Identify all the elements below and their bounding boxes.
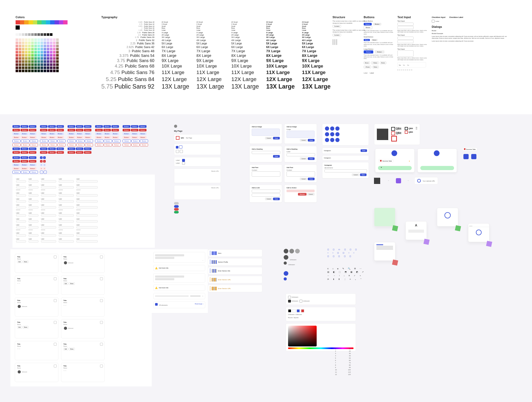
drag-handle-icon[interactable] <box>210 251 210 255</box>
chip[interactable]: Button <box>373 66 379 68</box>
matrix-button[interactable]: Button <box>12 171 21 174</box>
text-field[interactable] <box>59 234 74 237</box>
text-field[interactable] <box>29 220 38 223</box>
matrix-button[interactable]: Button <box>40 129 48 131</box>
matrix-button[interactable]: Button <box>30 139 38 143</box>
matrix-button[interactable]: Button <box>95 132 103 135</box>
matrix-button[interactable]: Button <box>30 143 38 146</box>
text-field[interactable] <box>29 180 38 183</box>
matrix-button[interactable]: Button <box>21 160 28 163</box>
matrix-button[interactable]: Button <box>56 125 64 128</box>
text-field[interactable] <box>59 200 74 203</box>
drag-handle-icon[interactable] <box>210 269 210 273</box>
text-field[interactable] <box>76 180 98 183</box>
matrix-button[interactable]: Button <box>131 129 138 131</box>
link-input[interactable] <box>252 190 280 193</box>
matrix-button[interactable]: Button <box>103 136 111 139</box>
icon-button[interactable]: ▪ <box>43 167 46 170</box>
cancel-button[interactable]: Cancel <box>300 178 308 180</box>
text-field[interactable] <box>41 180 56 183</box>
checkbox[interactable] <box>300 300 302 303</box>
text-area-input[interactable] <box>287 171 315 177</box>
matrix-button[interactable]: Button <box>131 125 138 128</box>
matrix-button[interactable]: Button <box>76 129 83 131</box>
matrix-button[interactable]: Button <box>12 164 20 166</box>
swatch[interactable] <box>301 309 304 312</box>
matrix-button[interactable]: Button <box>12 132 20 135</box>
matrix-button[interactable]: Button <box>12 129 20 131</box>
text-field[interactable] <box>29 226 38 229</box>
text-input-sample[interactable] <box>397 26 414 29</box>
matrix-button[interactable]: Button <box>95 129 103 131</box>
matrix-button[interactable]: Button <box>111 132 119 135</box>
done-button[interactable]: Done <box>308 157 315 160</box>
text-field[interactable] <box>16 240 26 243</box>
matrix-button[interactable]: Button <box>29 156 36 159</box>
text-field[interactable] <box>16 194 26 197</box>
matrix-button[interactable]: Button <box>76 151 83 154</box>
social-icon[interactable] <box>330 138 334 142</box>
matrix-button[interactable]: Button <box>84 132 91 135</box>
text-field[interactable] <box>76 200 98 203</box>
matrix-button[interactable]: Button <box>111 129 119 131</box>
matrix-button[interactable]: Button <box>12 148 20 150</box>
image-dropzone[interactable] <box>252 129 280 136</box>
matrix-button[interactable]: Button <box>12 167 20 170</box>
matrix-button[interactable]: Button <box>104 143 112 146</box>
matrix-button[interactable]: Button <box>21 151 28 154</box>
matrix-button[interactable]: Button <box>21 148 28 150</box>
text-field[interactable] <box>29 186 38 189</box>
section-row[interactable]: Enter Section title <box>208 267 262 274</box>
card-checkbox[interactable] <box>100 365 103 367</box>
matrix-button[interactable]: Button <box>95 136 103 139</box>
edit-button[interactable]: Edit <box>63 282 68 285</box>
secondary-button-sm[interactable]: Button <box>371 39 377 41</box>
heading-input[interactable] <box>287 153 315 156</box>
primary-button-sm[interactable]: Button <box>364 39 370 41</box>
matrix-button[interactable]: Button <box>68 125 75 128</box>
chip[interactable]: × Button <box>364 66 371 68</box>
matrix-button[interactable]: Button <box>123 143 131 146</box>
swatch[interactable] <box>292 309 296 312</box>
matrix-button[interactable]: Button <box>68 139 76 143</box>
matrix-button[interactable]: Button <box>95 139 103 143</box>
text-field[interactable] <box>16 220 26 223</box>
icon-button[interactable]: ▪ <box>40 171 43 174</box>
matrix-button[interactable]: Button <box>68 143 76 146</box>
tab[interactable]: Tab <box>407 64 409 66</box>
matrix-button[interactable]: Button <box>29 148 36 150</box>
text-field[interactable] <box>76 194 98 197</box>
text-area-input[interactable] <box>252 171 280 177</box>
matrix-button[interactable]: Button <box>21 171 29 174</box>
matrix-button[interactable]: Button <box>48 148 56 150</box>
share-button[interactable]: Share <box>69 282 75 285</box>
matrix-button[interactable]: Button <box>139 132 147 135</box>
tab[interactable]: Tab <box>399 64 401 66</box>
textarea-sample[interactable] <box>397 50 414 57</box>
section-row[interactable]: Hero <box>208 249 262 257</box>
text-field[interactable] <box>76 226 98 229</box>
text-field[interactable] <box>16 214 26 217</box>
drag-handle-icon[interactable] <box>210 286 210 291</box>
card-checkbox[interactable] <box>100 343 103 346</box>
section-row[interactable]: Enter Section URL <box>208 285 262 292</box>
edit-button[interactable]: Edit <box>63 348 68 350</box>
matrix-button[interactable]: Button <box>48 125 56 128</box>
matrix-button[interactable]: Button <box>68 136 75 139</box>
share-button[interactable]: Share <box>69 348 75 350</box>
swatch[interactable] <box>288 309 291 312</box>
matrix-button[interactable]: Button <box>40 139 48 143</box>
text-input-sample[interactable] <box>397 40 414 43</box>
matrix-button[interactable]: Button <box>21 156 28 159</box>
matrix-button[interactable]: Button <box>40 148 48 150</box>
matrix-button[interactable]: Button <box>140 139 148 143</box>
matrix-button[interactable]: Button <box>56 129 64 131</box>
toggle-error[interactable] <box>174 208 179 211</box>
matrix-button[interactable]: Button <box>12 143 21 146</box>
primary-button[interactable]: Button <box>364 23 372 25</box>
text-field[interactable] <box>59 214 74 217</box>
icon-button[interactable]: ▪ <box>44 171 47 174</box>
text-field[interactable] <box>29 200 38 203</box>
matrix-button[interactable]: Button <box>29 164 36 166</box>
matrix-button[interactable]: Button <box>68 148 75 150</box>
